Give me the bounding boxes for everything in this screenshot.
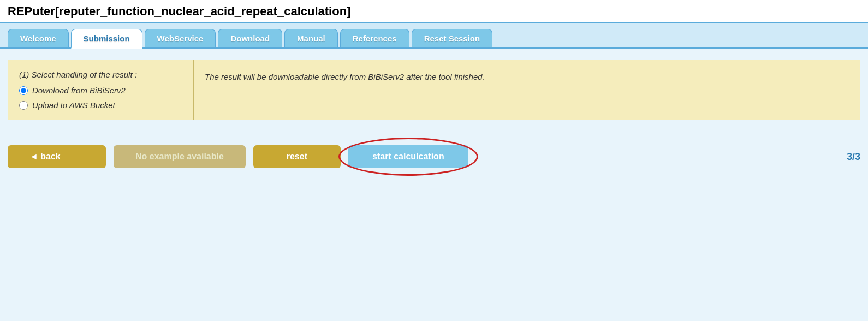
- tab-references[interactable]: References: [340, 29, 409, 47]
- main-content: (1) Select handling of the result : Down…: [0, 49, 868, 140]
- page-wrapper: REPuter[reputer_function_nuclear_acid_re…: [0, 0, 868, 174]
- start-button-wrapper: start calculcation: [348, 145, 468, 168]
- tab-welcome[interactable]: Welcome: [8, 29, 69, 47]
- example-button: No example available: [114, 145, 246, 168]
- tab-manual[interactable]: Manual: [284, 29, 338, 47]
- radio-download-label: Download from BiBiServ2: [32, 86, 126, 95]
- back-button[interactable]: ◄ back: [8, 145, 106, 168]
- result-description: The result will be downloadable directly…: [205, 70, 849, 81]
- reset-button[interactable]: reset: [253, 145, 341, 168]
- radio-aws-label: Upload to AWS Bucket: [32, 100, 115, 110]
- section-label: (1) Select handling of the result :: [19, 70, 182, 79]
- radio-item-aws[interactable]: Upload to AWS Bucket: [19, 100, 182, 110]
- radio-aws[interactable]: [19, 101, 28, 110]
- radio-item-download[interactable]: Download from BiBiServ2: [19, 86, 182, 95]
- tab-reset-session[interactable]: Reset Session: [412, 29, 493, 47]
- button-bar: ◄ back No example available reset start …: [0, 140, 868, 174]
- page-indicator: 3/3: [847, 151, 860, 163]
- start-calculation-button[interactable]: start calculcation: [348, 145, 468, 168]
- title-bar: REPuter[reputer_function_nuclear_acid_re…: [0, 0, 868, 23]
- tab-nav: Welcome Submission WebService Download M…: [0, 23, 868, 49]
- tab-submission[interactable]: Submission: [71, 29, 142, 49]
- form-table: (1) Select handling of the result : Down…: [8, 60, 860, 120]
- radio-group: Download from BiBiServ2 Upload to AWS Bu…: [19, 86, 182, 110]
- page-title: REPuter[reputer_function_nuclear_acid_re…: [8, 4, 860, 19]
- tab-webservice[interactable]: WebService: [145, 29, 216, 47]
- radio-download[interactable]: [19, 86, 28, 95]
- tab-download[interactable]: Download: [218, 29, 282, 47]
